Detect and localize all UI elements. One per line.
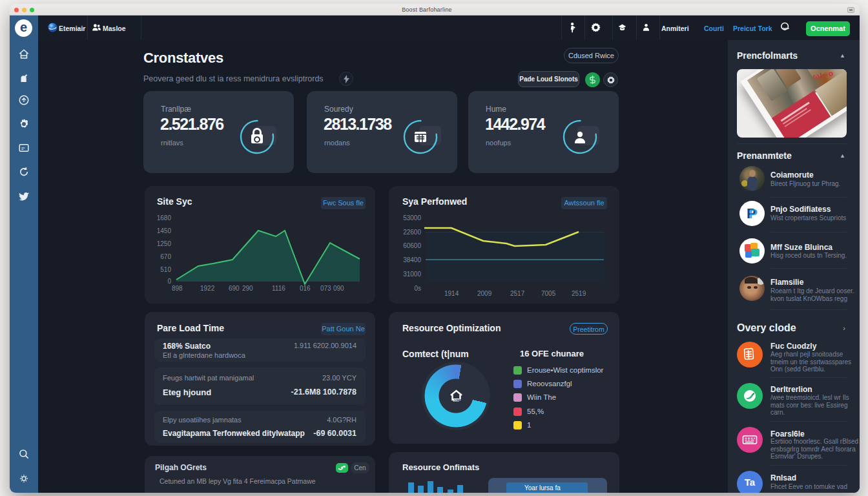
svg-text:10MB: 10MB — [454, 399, 462, 402]
